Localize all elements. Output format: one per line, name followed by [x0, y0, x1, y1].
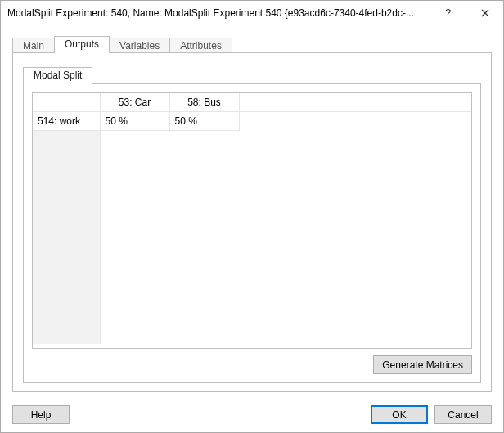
- titlebar: ModalSplit Experiment: 540, Name: ModalS…: [1, 1, 503, 25]
- tab-attributes[interactable]: Attributes: [169, 38, 232, 53]
- dialog-footer: Help OK Cancel: [12, 392, 492, 424]
- grid-col-fill: [239, 93, 471, 112]
- help-button[interactable]: Help: [12, 405, 70, 424]
- grid-empty: [100, 131, 471, 344]
- inner-tabstrip: Modal Split: [23, 66, 481, 84]
- ok-button[interactable]: OK: [371, 405, 428, 424]
- tab-variables[interactable]: Variables: [109, 38, 170, 53]
- main-tabstrip: Main Outputs Variables Attributes: [12, 35, 492, 53]
- tab-modal-split[interactable]: Modal Split: [23, 67, 92, 84]
- tab-main[interactable]: Main: [12, 38, 55, 53]
- cancel-button[interactable]: Cancel: [434, 405, 492, 424]
- help-icon[interactable]: ?: [430, 1, 466, 25]
- window-controls: ?: [430, 1, 503, 25]
- modal-split-page: 53: Car 58: Bus 514: work 50 % 50 %: [23, 84, 481, 383]
- window-title: ModalSplit Experiment: 540, Name: ModalS…: [7, 7, 430, 19]
- generate-matrices-button[interactable]: Generate Matrices: [373, 355, 472, 374]
- outputs-page: Modal Split 53: Car 58: Bus: [12, 53, 492, 392]
- grid-corner: [33, 93, 100, 112]
- client-area: Main Outputs Variables Attributes Modal …: [1, 25, 503, 432]
- modal-split-grid[interactable]: 53: Car 58: Bus 514: work 50 % 50 %: [32, 92, 472, 349]
- grid-rowhdr-empty: [33, 131, 100, 344]
- generate-row: Generate Matrices: [32, 349, 472, 374]
- grid-col-bus[interactable]: 58: Bus: [169, 93, 239, 112]
- grid-cell[interactable]: 50 %: [100, 112, 169, 131]
- grid-col-car[interactable]: 53: Car: [100, 93, 169, 112]
- table-row[interactable]: 514: work 50 % 50 %: [33, 112, 471, 131]
- close-icon[interactable]: [466, 1, 503, 25]
- grid-cell-fill: [239, 112, 471, 131]
- grid-rowhdr-work[interactable]: 514: work: [33, 112, 100, 131]
- grid-cell[interactable]: 50 %: [169, 112, 239, 131]
- tab-outputs[interactable]: Outputs: [54, 36, 110, 53]
